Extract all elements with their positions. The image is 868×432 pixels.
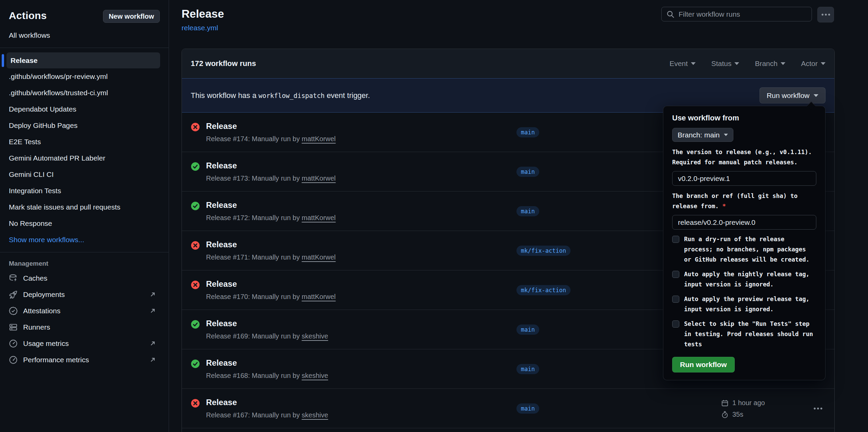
checkbox-label[interactable]: Auto apply the nightly release tag, inpu… <box>684 269 816 289</box>
run-description: Release #169: Manually run by skeshive <box>206 332 328 340</box>
run-description: Release #167: Manually run by skeshive <box>206 411 328 419</box>
run-options-kebab-icon[interactable] <box>810 404 826 413</box>
actor-link[interactable]: skeshive <box>302 332 328 340</box>
sidebar-item-label: Caches <box>23 274 47 282</box>
meter-icon <box>9 339 18 348</box>
actor-link[interactable]: mattKorwel <box>302 135 336 143</box>
sidebar-item-integration-tests[interactable]: Integration Tests <box>0 183 169 199</box>
chevron-down-icon <box>821 62 826 65</box>
branch-badge[interactable]: main <box>516 206 539 216</box>
external-link-icon <box>149 291 156 298</box>
filter-status-dropdown[interactable]: Status <box>711 60 739 68</box>
sidebar-item-label: Attestations <box>23 307 61 315</box>
sidebar-item-release[interactable]: Release <box>6 52 160 68</box>
actor-link[interactable]: skeshive <box>302 411 328 419</box>
status-success-icon <box>191 162 200 171</box>
sidebar-item-gemini-pr-labeler[interactable]: Gemini Automated PR Labeler <box>0 150 169 166</box>
sidebar-item-deploy-github-pages[interactable]: Deploy GitHub Pages <box>0 117 169 134</box>
gauge-icon <box>9 355 18 364</box>
status-success-icon <box>191 359 200 368</box>
sidebar-item-runners[interactable]: Runners <box>0 319 169 335</box>
checkbox-label[interactable]: Run a dry-run of the release process; no… <box>684 234 816 265</box>
run-title-link[interactable]: Release <box>206 398 237 407</box>
actor-link[interactable]: skeshive <box>302 372 328 379</box>
run-title-link[interactable]: Release <box>206 200 237 210</box>
run-title-link[interactable]: Release <box>206 240 237 249</box>
field-description: The branch or ref (full git sha) to rele… <box>672 191 816 211</box>
sidebar-item-no-response[interactable]: No Response <box>0 215 169 232</box>
sidebar-item-dependabot-updates[interactable]: Dependabot Updates <box>0 101 169 117</box>
sidebar-item-all-workflows[interactable]: All workflows <box>0 27 169 44</box>
sidebar-item-performance-metrics[interactable]: Performance metrics <box>0 352 169 368</box>
branch-badge[interactable]: mk/fix-action <box>516 246 571 256</box>
checkbox-row: Auto apply the preview release tag, inpu… <box>672 294 816 314</box>
filter-event-dropdown[interactable]: Event <box>669 60 696 68</box>
ref-input[interactable] <box>672 215 816 230</box>
run-title-link[interactable]: Release <box>206 319 237 328</box>
nightly-tag-checkbox[interactable] <box>672 271 679 278</box>
run-description: Release #173: Manually run by mattKorwel <box>206 175 336 182</box>
run-workflow-dropdown-button[interactable]: Run workflow <box>760 87 826 103</box>
sidebar-item-pr-review[interactable]: .github/workflows/pr-review.yml <box>0 68 169 85</box>
run-title-link[interactable]: Release <box>206 358 237 367</box>
sidebar-item-caches[interactable]: Caches <box>0 270 169 286</box>
run-title-link[interactable]: Release <box>206 161 237 170</box>
sidebar-divider <box>0 48 169 48</box>
workflow-options-kebab-icon[interactable] <box>817 7 834 22</box>
sidebar-item-usage-metrics[interactable]: Usage metrics <box>0 335 169 352</box>
status-success-icon <box>191 201 200 211</box>
dry-run-checkbox[interactable] <box>672 236 679 243</box>
branch-badge[interactable]: main <box>516 127 539 137</box>
runs-count: 172 workflow runs <box>191 59 256 68</box>
new-workflow-button[interactable]: New workflow <box>103 10 160 23</box>
actor-link[interactable]: mattKorwel <box>302 214 336 221</box>
sidebar-title: Actions <box>9 10 47 21</box>
show-more-workflows-link[interactable]: Show more workflows... <box>0 232 169 248</box>
sidebar-item-gemini-cli-ci[interactable]: Gemini CLI CI <box>0 166 169 183</box>
external-link-icon <box>149 307 156 315</box>
page-title: Release <box>182 7 224 20</box>
checkbox-row: Auto apply the nightly release tag, inpu… <box>672 269 816 289</box>
branch-badge[interactable]: main <box>516 403 539 414</box>
preview-tag-checkbox[interactable] <box>672 296 679 303</box>
actor-link[interactable]: mattKorwel <box>302 253 336 261</box>
filter-runs-searchbox[interactable] <box>661 7 812 21</box>
workflow-dispatch-code: workflow_dispatch <box>258 92 324 99</box>
external-link-icon <box>149 356 156 364</box>
run-duration: 35s <box>732 411 743 418</box>
branch-badge[interactable]: mk/fix-action <box>516 285 571 295</box>
branch-selector-dropdown[interactable]: Branch: main <box>672 128 733 142</box>
branch-badge[interactable]: main <box>516 364 539 374</box>
sidebar-item-trusted-ci[interactable]: .github/workflows/trusted-ci.yml <box>0 85 169 101</box>
checkbox-label[interactable]: Auto apply the preview release tag, inpu… <box>684 294 816 314</box>
sidebar-item-e2e-tests[interactable]: E2E Tests <box>0 134 169 150</box>
status-failure-icon <box>191 241 200 250</box>
sidebar-item-attestations[interactable]: Attestations <box>0 303 169 319</box>
actor-link[interactable]: mattKorwel <box>302 293 336 300</box>
skip-tests-checkbox[interactable] <box>672 320 679 328</box>
run-workflow-panel: Use workflow from Branch: main The versi… <box>663 106 826 380</box>
branch-badge[interactable]: main <box>516 325 539 335</box>
run-time: 1 hour ago <box>732 399 765 407</box>
run-workflow-submit-button[interactable]: Run workflow <box>672 357 735 372</box>
sidebar-item-mark-stale[interactable]: Mark stale issues and pull requests <box>0 199 169 215</box>
sidebar-item-deployments[interactable]: Deployments <box>0 286 169 303</box>
filter-runs-input[interactable] <box>679 10 807 18</box>
calendar-icon <box>721 399 729 407</box>
checkbox-label[interactable]: Select to skip the "Run Tests" step in t… <box>684 319 816 349</box>
run-title-link[interactable]: Release <box>206 279 237 288</box>
run-description: Release #174: Manually run by mattKorwel <box>206 135 336 143</box>
workflow-file-link[interactable]: release.yml <box>182 24 218 32</box>
server-icon <box>9 323 18 332</box>
branch-badge[interactable]: main <box>516 167 539 177</box>
sidebar-item-label: Performance metrics <box>23 356 89 364</box>
run-title-link[interactable]: Release <box>206 121 237 131</box>
filter-branch-dropdown[interactable]: Branch <box>755 60 785 68</box>
filter-actor-dropdown[interactable]: Actor <box>801 60 826 68</box>
actor-link[interactable]: mattKorwel <box>302 175 336 182</box>
chevron-down-icon <box>734 62 739 65</box>
management-section-label: Management <box>0 252 169 270</box>
table-row[interactable]: Release Release #167: Manually run by sk… <box>182 389 834 428</box>
run-meta: 1 hour ago 35s <box>721 399 765 418</box>
version-input[interactable] <box>672 171 816 186</box>
